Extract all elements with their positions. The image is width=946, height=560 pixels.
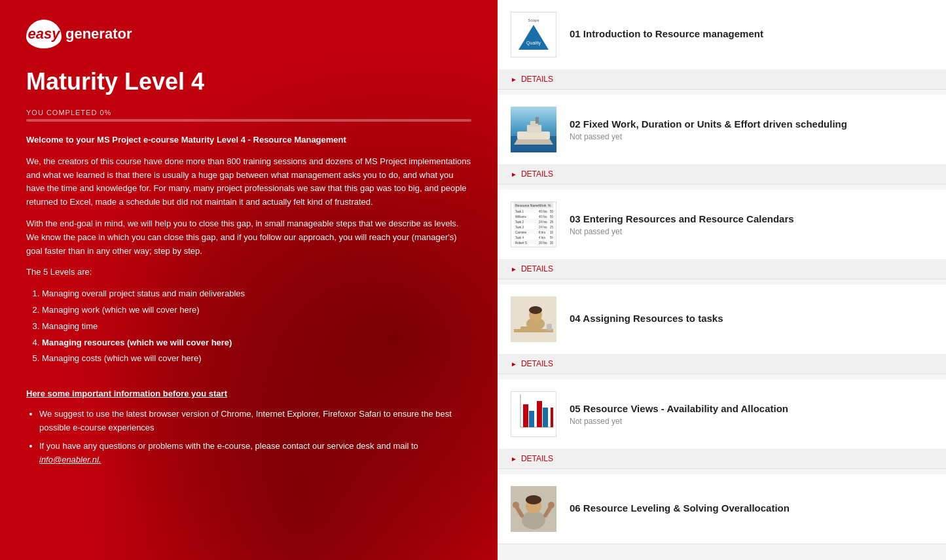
important-link[interactable]: Here some important information before y… bbox=[26, 387, 471, 401]
paragraph-2: With the end-goal in mind, we will help … bbox=[26, 217, 471, 258]
svg-text:24 hrs: 24 hrs bbox=[539, 220, 547, 224]
svg-rect-48 bbox=[547, 324, 552, 330]
course-info-03: 03 Entering Resources and Resource Calen… bbox=[570, 213, 933, 236]
svg-text:5%: 5% bbox=[550, 236, 553, 239]
level-3: Managing time bbox=[42, 320, 471, 334]
svg-text:Work: Work bbox=[539, 203, 547, 207]
thumbnail-04 bbox=[511, 296, 556, 342]
chevron-icon-03: ► bbox=[511, 266, 517, 273]
details-label-05: DETAILS bbox=[521, 454, 553, 463]
triangle-svg: Quality bbox=[517, 24, 550, 51]
svg-rect-47 bbox=[520, 326, 537, 330]
svg-text:Quality: Quality bbox=[526, 41, 541, 46]
details-label-01: DETAILS bbox=[521, 75, 553, 84]
course-item-04: 04 Assigning Resources to tasks ► DETAIL… bbox=[498, 285, 946, 374]
course-item-03: Resource Name Work % Task 1 40 hrs 50% W… bbox=[498, 190, 946, 279]
details-label-03: DETAILS bbox=[521, 264, 553, 273]
details-label-04: DETAILS bbox=[521, 359, 553, 368]
logo-area: easy generator bbox=[26, 20, 471, 48]
course-title-02: 02 Fixed Work, Duration or Units & Effor… bbox=[570, 118, 933, 130]
svg-text:Task 2: Task 2 bbox=[515, 220, 524, 224]
course-status-05: Not passed yet bbox=[570, 417, 933, 426]
course-item-main-01: Scope Quality 01 Introduction to Resourc… bbox=[498, 0, 946, 69]
bullets-list: We suggest to use the latest browser ver… bbox=[39, 408, 471, 467]
svg-text:Task 4: Task 4 bbox=[515, 236, 524, 239]
logo-text: generator bbox=[65, 26, 132, 43]
bar-chart-svg bbox=[514, 391, 553, 434]
details-bar-03[interactable]: ► DETAILS bbox=[498, 259, 946, 279]
svg-rect-54 bbox=[537, 401, 542, 427]
svg-text:50%: 50% bbox=[550, 215, 553, 219]
svg-text:20%: 20% bbox=[550, 241, 553, 245]
svg-point-46 bbox=[529, 306, 542, 314]
course-status-03: Not passed yet bbox=[570, 227, 933, 236]
svg-point-64 bbox=[548, 502, 555, 508]
course-title-03: 03 Entering Resources and Resource Calen… bbox=[570, 213, 933, 224]
svg-text:40 hrs: 40 hrs bbox=[539, 210, 547, 213]
page-title: Maturity Level 4 bbox=[26, 68, 471, 96]
level-4: Managing resources (which we will cover … bbox=[42, 336, 471, 350]
course-info-06: 06 Resource Leveling & Solving Overalloc… bbox=[570, 502, 933, 516]
level-1: Managing overall project status and main… bbox=[42, 287, 471, 301]
right-panel: Scope Quality 01 Introduction to Resourc… bbox=[498, 0, 946, 560]
thumbnail-03: Resource Name Work % Task 1 40 hrs 50% W… bbox=[511, 201, 556, 247]
logo-oval: easy bbox=[26, 20, 62, 48]
course-item-02: 02 Fixed Work, Duration or Units & Effor… bbox=[498, 95, 946, 184]
details-bar-02[interactable]: ► DETAILS bbox=[498, 164, 946, 184]
progress-area: YOU COMPLETED 0% bbox=[26, 109, 471, 122]
chevron-icon-01: ► bbox=[511, 76, 517, 83]
svg-point-63 bbox=[513, 502, 519, 508]
svg-text:50%: 50% bbox=[550, 210, 553, 213]
svg-text:Resource Name: Resource Name bbox=[515, 203, 539, 207]
welcome-heading: Welcome to your MS Project e-course Matu… bbox=[26, 133, 471, 147]
thumbnail-05 bbox=[511, 391, 556, 437]
svg-text:25%: 25% bbox=[550, 226, 553, 229]
svg-text:Task 3: Task 3 bbox=[515, 226, 524, 229]
course-item-05: 05 Resource Views - Availability and All… bbox=[498, 379, 946, 469]
left-panel: easy generator Maturity Level 4 YOU COMP… bbox=[0, 0, 498, 560]
details-label-02: DETAILS bbox=[521, 169, 553, 179]
svg-text:Robert S: Robert S bbox=[515, 241, 527, 245]
svg-text:Task 1: Task 1 bbox=[515, 210, 524, 213]
course-item-01: Scope Quality 01 Introduction to Resourc… bbox=[498, 0, 946, 90]
svg-rect-52 bbox=[523, 404, 528, 427]
levels-intro: The 5 Levels are: bbox=[26, 266, 471, 279]
progress-label: YOU COMPLETED 0% bbox=[26, 109, 471, 116]
svg-text:25%: 25% bbox=[550, 220, 553, 224]
svg-text:8 hrs: 8 hrs bbox=[539, 231, 546, 234]
svg-text:40 hrs: 40 hrs bbox=[539, 215, 547, 219]
svg-text:%: % bbox=[548, 203, 551, 207]
course-title-01: 01 Introduction to Resource management bbox=[570, 28, 933, 39]
person2-svg bbox=[511, 486, 556, 532]
svg-text:20 hrs: 20 hrs bbox=[539, 241, 547, 245]
course-status-02: Not passed yet bbox=[570, 132, 933, 141]
svg-marker-5 bbox=[514, 139, 553, 145]
course-title-04: 04 Assigning Resources to tasks bbox=[570, 313, 933, 324]
svg-text:Williams: Williams bbox=[515, 215, 526, 219]
course-item-main-03: Resource Name Work % Task 1 40 hrs 50% W… bbox=[498, 190, 946, 259]
bullet-2: If you have any questions or problems wi… bbox=[39, 440, 471, 467]
course-info-05: 05 Resource Views - Availability and All… bbox=[570, 403, 933, 426]
ship-svg bbox=[511, 107, 556, 152]
svg-point-58 bbox=[522, 511, 545, 529]
details-bar-04[interactable]: ► DETAILS bbox=[498, 354, 946, 374]
thumbnail-06 bbox=[511, 486, 556, 532]
course-info-04: 04 Assigning Resources to tasks bbox=[570, 313, 933, 326]
content-area: Welcome to your MS Project e-course Matu… bbox=[26, 133, 471, 467]
svg-text:4 hrs: 4 hrs bbox=[539, 236, 546, 239]
course-item-06: 06 Resource Leveling & Solving Overalloc… bbox=[498, 474, 946, 544]
logo-brand-italic: easy bbox=[28, 26, 60, 43]
table-svg: Resource Name Work % Task 1 40 hrs 50% W… bbox=[514, 201, 553, 247]
svg-rect-53 bbox=[529, 411, 534, 427]
chevron-icon-05: ► bbox=[511, 455, 517, 463]
svg-text:10%: 10% bbox=[550, 231, 553, 234]
details-bar-01[interactable]: ► DETAILS bbox=[498, 69, 946, 89]
course-item-main-02: 02 Fixed Work, Duration or Units & Effor… bbox=[498, 95, 946, 164]
email-link[interactable]: info@enabler.nl. bbox=[39, 455, 101, 464]
paragraph-1: We, the creators of this course have don… bbox=[26, 155, 471, 209]
svg-rect-56 bbox=[551, 408, 553, 427]
course-title-05: 05 Resource Views - Availability and All… bbox=[570, 403, 933, 414]
svg-marker-0 bbox=[518, 25, 549, 50]
svg-rect-55 bbox=[543, 408, 548, 427]
details-bar-05[interactable]: ► DETAILS bbox=[498, 449, 946, 468]
